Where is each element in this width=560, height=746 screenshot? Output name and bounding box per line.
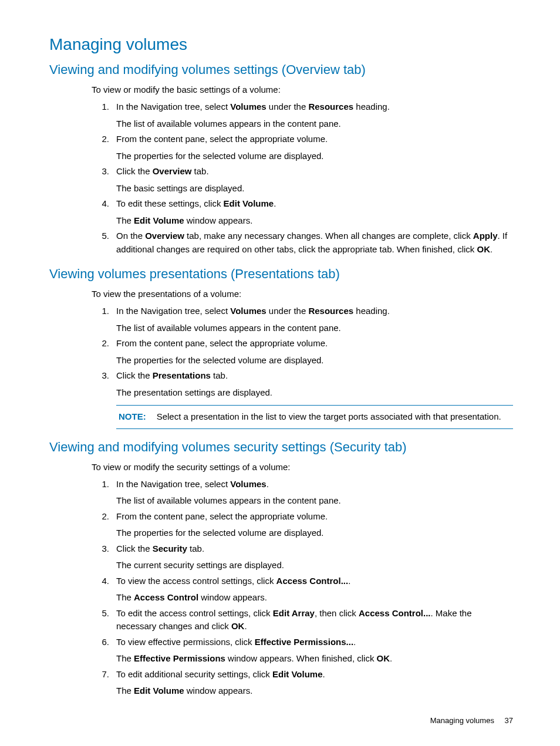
step-subtext: The properties for the selected volume a… (116, 150, 513, 163)
step-number: 7. (92, 668, 116, 698)
step-number: 5. (92, 229, 116, 256)
bold-text: Resources (308, 306, 353, 316)
step-subtext: The current security settings are displa… (116, 559, 513, 572)
step-item: 1.In the Navigation tree, select Volumes… (92, 305, 513, 335)
note-label: NOTE: (119, 411, 157, 421)
bold-text: Access Control... (359, 608, 431, 618)
bold-text: Effective Permissions... (255, 637, 353, 647)
step-subtext: The list of available volumes appears in… (116, 117, 513, 131)
step-text: To view the access control settings, cli… (116, 575, 513, 588)
footer-text: Managing volumes (430, 716, 494, 725)
bold-text: Overview (145, 231, 184, 241)
step-text: To edit additional security settings, cl… (116, 668, 513, 681)
step-subtext: The Edit Volume window appears. (116, 214, 513, 228)
step-subtext: The presentation settings are displayed. (116, 386, 513, 400)
step-body: Click the Overview tab.The basic setting… (116, 165, 513, 195)
bold-text: Edit Volume (134, 686, 184, 696)
step-number: 2. (92, 337, 116, 367)
bold-text: Overview (153, 166, 192, 176)
step-text: From the content pane, select the approp… (116, 337, 513, 350)
step-number: 3. (92, 369, 116, 399)
step-item: 2.From the content pane, select the appr… (92, 510, 513, 540)
step-list: 1.In the Navigation tree, select Volumes… (49, 305, 513, 399)
bold-text: Volumes (230, 102, 266, 112)
step-text: To view effective permissions, click Eff… (116, 636, 513, 649)
heading-2-security: Viewing and modifying volumes security s… (49, 440, 513, 455)
step-item: 4.To edit these settings, click Edit Vol… (92, 197, 513, 227)
step-number: 2. (92, 510, 116, 540)
step-body: To edit the access control settings, cli… (116, 607, 513, 633)
bold-text: Access Control... (276, 576, 349, 586)
note-box: NOTE:Select a presentation in the list t… (116, 405, 513, 429)
section-intro: To view the presentations of a volume: (92, 288, 513, 300)
step-number: 2. (92, 133, 116, 163)
step-subtext: The properties for the selected volume a… (116, 526, 513, 540)
step-body: In the Navigation tree, select Volumes u… (116, 100, 513, 130)
bold-text: Volumes (230, 306, 266, 316)
heading-2-presentations: Viewing volumes presentations (Presentat… (49, 266, 513, 282)
step-text: Click the Security tab. (116, 542, 513, 556)
step-number: 6. (92, 636, 116, 666)
heading-2-overview: Viewing and modifying volumes settings (… (49, 62, 513, 77)
step-item: 2.From the content pane, select the appr… (92, 133, 513, 163)
step-text: In the Navigation tree, select Volumes. (116, 478, 513, 491)
step-item: 5.On the Overview tab, make any necessar… (92, 229, 513, 256)
step-list: 1.In the Navigation tree, select Volumes… (49, 478, 513, 698)
step-subtext: The list of available volumes appears in… (116, 494, 513, 508)
bold-text: OK (231, 621, 245, 631)
step-subtext: The properties for the selected volume a… (116, 354, 513, 367)
bold-text: Edit Volume (272, 669, 323, 679)
step-text: Click the Presentations tab. (116, 369, 513, 383)
step-item: 1.In the Navigation tree, select Volumes… (92, 478, 513, 508)
step-text: On the Overview tab, make any necessary … (116, 229, 513, 256)
section-intro: To view or modify the basic settings of … (92, 83, 513, 96)
note-text: Select a presentation in the list to vie… (157, 411, 501, 421)
bold-text: Resources (308, 102, 353, 112)
bold-text: Edit Volume (224, 198, 274, 208)
bold-text: Volumes (230, 479, 266, 489)
step-number: 3. (92, 165, 116, 195)
bold-text: OK (477, 244, 491, 254)
bold-text: Access Control (134, 592, 198, 602)
step-body: Click the Presentations tab.The presenta… (116, 369, 513, 399)
bold-text: Apply (473, 231, 498, 241)
bold-text: Edit Array (273, 608, 315, 618)
step-body: In the Navigation tree, select Volumes.T… (116, 478, 513, 508)
step-number: 1. (92, 305, 116, 335)
bold-text: Presentations (153, 370, 211, 380)
step-subtext: The list of available volumes appears in… (116, 322, 513, 335)
step-body: To view the access control settings, cli… (116, 575, 513, 605)
step-number: 5. (92, 607, 116, 633)
step-text: In the Navigation tree, select Volumes u… (116, 305, 513, 318)
step-item: 2.From the content pane, select the appr… (92, 337, 513, 367)
document-page: Managing volumes Viewing and modifying v… (0, 0, 560, 746)
step-item: 1.In the Navigation tree, select Volumes… (92, 100, 513, 130)
footer-page-number: 37 (505, 716, 513, 725)
step-text: To edit these settings, click Edit Volum… (116, 197, 513, 211)
step-text: Click the Overview tab. (116, 165, 513, 178)
step-item: 6.To view effective permissions, click E… (92, 636, 513, 666)
step-body: On the Overview tab, make any necessary … (116, 229, 513, 256)
step-body: To edit these settings, click Edit Volum… (116, 197, 513, 227)
bold-text: Effective Permissions (134, 653, 225, 663)
step-body: In the Navigation tree, select Volumes u… (116, 305, 513, 335)
step-body: To view effective permissions, click Eff… (116, 636, 513, 666)
step-number: 4. (92, 575, 116, 605)
step-item: 5.To edit the access control settings, c… (92, 607, 513, 633)
step-number: 3. (92, 542, 116, 572)
step-number: 1. (92, 478, 116, 508)
step-item: 3.Click the Presentations tab.The presen… (92, 369, 513, 399)
step-item: 3.Click the Overview tab.The basic setti… (92, 165, 513, 195)
step-subtext: The Effective Permissions window appears… (116, 652, 513, 666)
step-text: From the content pane, select the approp… (116, 133, 513, 146)
step-text: In the Navigation tree, select Volumes u… (116, 100, 513, 114)
page-footer: Managing volumes 37 (430, 716, 513, 725)
step-body: To edit additional security settings, cl… (116, 668, 513, 698)
heading-1: Managing volumes (49, 35, 513, 54)
step-subtext: The Access Control window appears. (116, 591, 513, 605)
bold-text: Security (153, 544, 187, 553)
step-body: Click the Security tab.The current secur… (116, 542, 513, 572)
step-body: From the content pane, select the approp… (116, 337, 513, 367)
step-item: 3.Click the Security tab.The current sec… (92, 542, 513, 572)
section-intro: To view or modify the security settings … (92, 461, 513, 473)
